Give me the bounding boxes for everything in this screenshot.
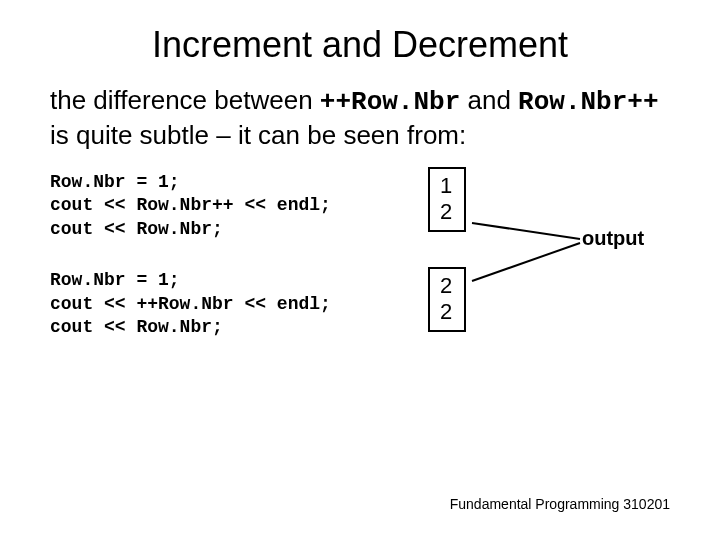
output-label: output <box>582 227 644 250</box>
intro-text: the difference between ++Row.Nbr and Row… <box>50 84 670 151</box>
intro-code2: Row.Nbr++ <box>518 87 658 117</box>
output2-line1: 2 <box>440 273 452 299</box>
footer-text: Fundamental Programming 310201 <box>450 496 670 512</box>
code-block-postincrement: Row.Nbr = 1; cout << Row.Nbr++ << endl; … <box>50 171 670 241</box>
output1-line2: 2 <box>440 199 452 225</box>
output-box-1: 1 2 <box>428 167 466 232</box>
code-area: Row.Nbr = 1; cout << Row.Nbr++ << endl; … <box>50 171 670 339</box>
intro-pre: the difference between <box>50 85 320 115</box>
code-block-preincrement: Row.Nbr = 1; cout << ++Row.Nbr << endl; … <box>50 269 670 339</box>
output1-line1: 1 <box>440 173 452 199</box>
intro-mid1: and <box>460 85 518 115</box>
intro-code1: ++Row.Nbr <box>320 87 460 117</box>
slide-title: Increment and Decrement <box>0 24 720 66</box>
output2-line2: 2 <box>440 299 452 325</box>
intro-mid2: is quite subtle – it can be seen from: <box>50 120 466 150</box>
output-box-2: 2 2 <box>428 267 466 332</box>
